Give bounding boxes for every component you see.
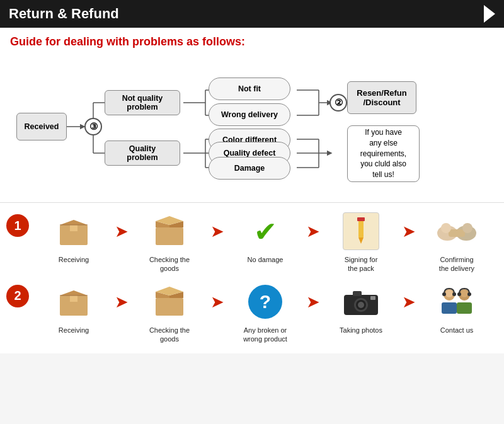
process-label-2-1: Receiving [59,326,89,335]
process-label-1-3: No damage [248,255,284,264]
svg-rect-62 [457,302,472,314]
arrow-icon-1-4: ➤ [402,222,416,241]
process-row-1: 1 Receiving ➤ [6,209,498,273]
svg-point-59 [442,292,446,296]
svg-point-53 [358,302,364,308]
main-container: Return & Refund Guide for dealing with p… [0,0,504,353]
svg-rect-36 [357,217,365,221]
special-note-box: If you have any else requirements, you c… [347,125,420,182]
svg-point-60 [452,292,456,296]
arrow-icon-1-2: ➤ [210,222,224,241]
svg-rect-46 [156,298,183,316]
box-open-2-icon [144,280,195,324]
resen-refund-box: Resen/Refun /Discount [347,81,416,114]
svg-point-40 [441,223,451,233]
arrow-icon-2-2: ➤ [210,292,224,312]
svg-point-65 [467,292,471,296]
damage-box: Damage [209,157,290,180]
svg-rect-30 [156,227,183,245]
process-step-1-4: Signing forthe pack [320,209,402,273]
process-row-2: 2 Receiving ➤ [6,280,498,344]
arrow-icon-2-4: ➤ [402,292,416,312]
process-step-2-1: Receiving [33,280,115,335]
arrow-icon-2-1: ➤ [115,292,129,312]
process-step-2-5: Contact us [416,280,498,335]
process-step-1-2: Checking thegoods [129,209,210,273]
process-step-1-5: Confirmingthe delivery [416,209,498,273]
process-step-2-3: ? Any broken orwrong product [224,280,306,344]
process-num-1: 1 [6,214,29,237]
process-items-1: Receiving ➤ Checking thegoods [33,209,498,273]
process-label-1-2: Checking thegoods [149,255,190,273]
process-label-2-5: Contact us [440,326,474,335]
question-icon: ? [240,280,290,324]
svg-rect-28 [70,225,77,231]
svg-rect-39 [449,229,465,237]
process-step-1-3: ✔ No damage [224,209,306,264]
svg-rect-57 [442,302,457,314]
pencil-icon [336,209,386,253]
process-section: 1 Receiving ➤ [0,202,504,353]
quality-box: Quality problem [105,140,180,166]
guide-title: Guide for dealing with problems as follo… [10,35,494,49]
circle2-badge: ② [329,94,347,112]
process-step-2-4: Taking photos [320,280,402,335]
arrow-icon-2-3: ➤ [306,292,320,312]
arrow-icon-1-3: ➤ [306,222,320,241]
svg-rect-44 [70,295,77,302]
handshake-icon [432,209,482,253]
svg-point-63 [461,290,468,297]
box-open-icon [144,209,195,253]
flowchart-area: Received ③ Not quality problem Quality p… [10,57,495,196]
not-fit-box: Not fit [209,77,290,100]
circle3-badge: ③ [84,118,102,135]
checkmark-icon: ✔ [240,209,290,253]
box-closed-icon [49,209,99,253]
process-label-1-5: Confirmingthe delivery [439,255,474,273]
svg-point-58 [445,290,453,297]
received-box: Received [16,113,67,140]
process-items-2: Receiving ➤ Checking thegoods [33,280,498,344]
header-title: Return & Refund [9,6,119,22]
svg-marker-43 [60,290,88,295]
process-label-1-4: Signing forthe pack [345,255,378,273]
service-icon [432,280,482,324]
down-arrow-icon [484,5,495,23]
process-step-2-2: Checking thegoods [129,280,210,344]
svg-rect-55 [370,296,375,300]
process-label-2-3: Any broken orwrong product [243,326,287,344]
process-step-1-1: Receiving [33,209,115,264]
svg-point-64 [457,292,461,296]
arrow-icon-1-1: ➤ [115,222,129,241]
svg-rect-54 [353,291,362,296]
guide-section: Guide for dealing with problems as follo… [0,28,504,202]
svg-rect-34 [358,219,364,238]
svg-point-41 [462,223,472,233]
box-closed-2-icon [49,280,99,324]
process-label-1-1: Receiving [59,255,89,264]
camera-icon [336,280,386,324]
process-label-2-2: Checking thegoods [149,326,190,344]
process-label-2-4: Taking photos [340,326,382,335]
wrong-delivery-box: Wrong delivery [209,103,290,126]
svg-marker-35 [358,238,364,244]
not-quality-box: Not quality problem [105,90,180,115]
svg-marker-27 [60,220,88,225]
process-num-2: 2 [6,285,29,307]
header-bar: Return & Refund [0,0,504,28]
